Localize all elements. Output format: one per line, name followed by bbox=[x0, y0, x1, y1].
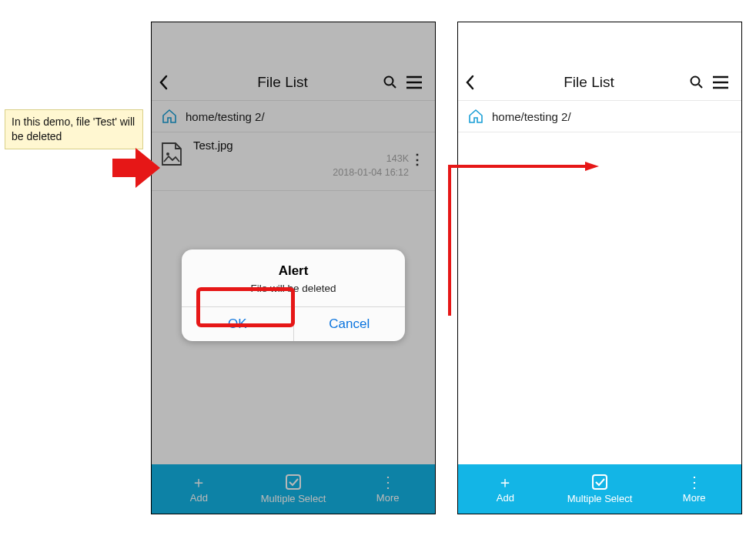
flow-arrow-icon bbox=[296, 162, 604, 331]
checkbox-icon bbox=[285, 474, 302, 490]
bottom-toolbar: ＋ Add Multiple Select ⋮ More bbox=[152, 464, 435, 514]
multi-select-label: Multiple Select bbox=[567, 493, 633, 504]
back-button[interactable] bbox=[158, 75, 182, 90]
multiple-select-button[interactable]: Multiple Select bbox=[246, 464, 341, 514]
dots-icon: ⋮ bbox=[380, 474, 396, 490]
svg-rect-8 bbox=[286, 475, 300, 489]
checkbox-icon bbox=[591, 474, 608, 490]
status-bar bbox=[458, 22, 741, 65]
breadcrumb[interactable]: home/testing 2/ bbox=[458, 100, 741, 132]
dots-icon: ⋮ bbox=[687, 474, 702, 490]
svg-marker-0 bbox=[112, 148, 160, 188]
home-icon bbox=[161, 109, 178, 124]
add-label: Add bbox=[190, 492, 208, 504]
svg-marker-1 bbox=[585, 162, 599, 171]
add-label: Add bbox=[497, 492, 514, 504]
ok-button[interactable]: OK bbox=[182, 307, 293, 341]
bottom-toolbar: ＋ Add Multiple Select ⋮ More bbox=[458, 464, 741, 514]
svg-rect-14 bbox=[593, 475, 607, 489]
more-button[interactable]: ⋮ More bbox=[340, 464, 435, 514]
caption-note: In this demo, file 'Test' will be delete… bbox=[5, 109, 143, 149]
plus-icon: ＋ bbox=[191, 474, 206, 490]
search-icon[interactable] bbox=[383, 75, 406, 90]
svg-line-10 bbox=[699, 85, 703, 89]
breadcrumb[interactable]: home/testing 2/ bbox=[152, 100, 435, 132]
svg-line-3 bbox=[393, 85, 396, 89]
hamburger-icon[interactable] bbox=[406, 75, 429, 89]
add-button[interactable]: ＋ Add bbox=[152, 464, 246, 514]
pointer-arrow-icon bbox=[112, 148, 160, 188]
svg-point-2 bbox=[385, 77, 393, 85]
breadcrumb-path: home/testing 2/ bbox=[492, 110, 571, 123]
hamburger-icon[interactable] bbox=[712, 75, 735, 89]
svg-point-7 bbox=[166, 152, 169, 156]
multiple-select-button[interactable]: Multiple Select bbox=[553, 464, 647, 514]
app-header: File List bbox=[458, 65, 741, 100]
back-button[interactable] bbox=[464, 75, 489, 90]
add-button[interactable]: ＋ Add bbox=[458, 464, 553, 514]
page-title: File List bbox=[489, 74, 689, 91]
status-bar bbox=[152, 22, 435, 65]
more-button[interactable]: ⋮ More bbox=[647, 464, 741, 514]
app-header: File List bbox=[152, 65, 435, 100]
svg-point-9 bbox=[691, 77, 700, 85]
breadcrumb-path: home/testing 2/ bbox=[186, 110, 265, 123]
file-name: Test.jpg bbox=[193, 139, 409, 152]
more-label: More bbox=[683, 492, 706, 504]
plus-icon: ＋ bbox=[497, 474, 513, 490]
page-title: File List bbox=[182, 74, 383, 91]
home-icon bbox=[467, 109, 484, 124]
file-image-icon bbox=[161, 139, 187, 179]
more-label: More bbox=[376, 492, 400, 504]
search-icon[interactable] bbox=[689, 75, 712, 90]
multi-select-label: Multiple Select bbox=[261, 493, 326, 504]
